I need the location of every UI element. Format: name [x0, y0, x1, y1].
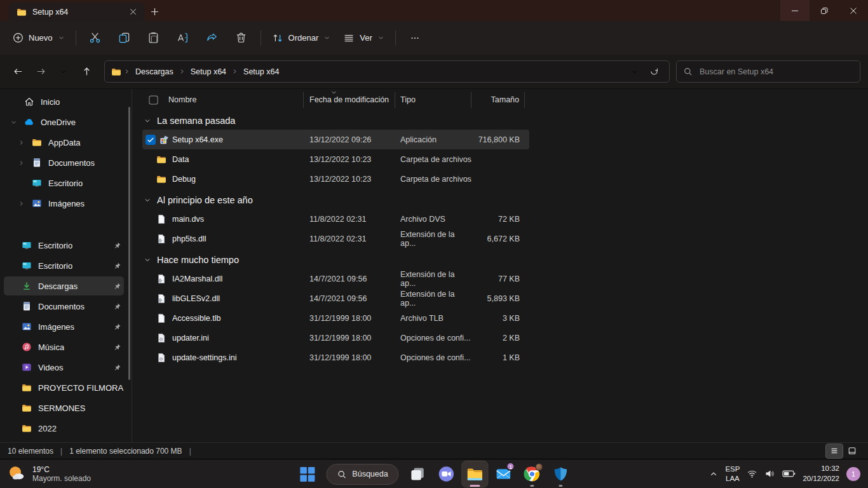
group-header-la-semana-pasada[interactable]: La semana pasada [142, 111, 868, 130]
search-input[interactable] [698, 67, 853, 77]
mail-button[interactable]: 1 [491, 461, 517, 487]
cut-button[interactable] [81, 27, 110, 48]
file-row-php5ts-dll[interactable]: php5ts.dll11/8/2022 02:31Extensión de la… [142, 229, 529, 248]
sidebar-item-escritorio[interactable]: Escritorio [4, 173, 124, 193]
wifi-icon[interactable] [747, 468, 757, 479]
restore-button[interactable] [810, 0, 839, 21]
task-view-button[interactable] [405, 461, 431, 487]
share-button[interactable] [198, 27, 227, 48]
file-row-updater-ini[interactable]: updater.ini31/12/1999 18:00Opciones de c… [142, 328, 529, 348]
battery-icon[interactable] [782, 467, 796, 480]
windows-security-button[interactable] [548, 461, 574, 487]
folder-icon [22, 383, 32, 393]
clock[interactable]: 10:32 20/12/2022 [803, 464, 839, 484]
sidebar-item-appdata[interactable]: AppData [4, 133, 124, 152]
sidebar-scrollbar[interactable] [128, 107, 130, 380]
file-name: libGLESv2.dll [172, 294, 220, 303]
volume-icon[interactable] [764, 468, 775, 479]
tab-close-icon[interactable] [126, 5, 140, 19]
new-tab-button[interactable] [145, 3, 164, 21]
file-row-accessible-tlb[interactable]: Accessible.tlb31/12/1999 18:00Archivo TL… [142, 308, 529, 328]
back-button[interactable] [8, 62, 27, 81]
file-row-data[interactable]: Data13/12/2022 10:23Carpeta de archivos [142, 149, 529, 169]
sidebar-item-im-genes[interactable]: Imágenes [4, 317, 124, 336]
icons-view-button[interactable] [844, 444, 860, 458]
weather-desc: Mayorm. soleado [32, 474, 91, 483]
language-indicator[interactable]: ESP LAA [725, 464, 740, 484]
sidebar-item-folder[interactable] [4, 439, 124, 442]
chrome-button[interactable] [520, 461, 545, 487]
breadcrumb-item[interactable]: Setup x64 [239, 65, 283, 79]
paste-button[interactable] [139, 27, 168, 48]
dll-icon [156, 274, 166, 284]
start-button[interactable] [294, 461, 320, 487]
file-row-ia2marshal-dll[interactable]: IA2Marshal.dll14/7/2021 09:56Extensión d… [142, 269, 529, 288]
sidebar-item-escritorio[interactable]: Escritorio [4, 236, 124, 255]
more-options-button[interactable] [400, 28, 430, 48]
breadcrumb-item[interactable]: Descargas [131, 65, 178, 79]
forward-button[interactable] [31, 62, 50, 81]
sidebar-item-label: Música [38, 342, 64, 352]
copy-button[interactable] [110, 27, 139, 48]
file-row-debug[interactable]: Debug13/12/2022 10:23Carpeta de archivos [142, 169, 529, 189]
document-icon [32, 158, 42, 168]
history-chevron[interactable] [54, 62, 73, 81]
sidebar-item-proyecto-filmora-disc[interactable]: PROYECTO FILMORA DISC [4, 378, 124, 397]
search-box[interactable] [676, 60, 860, 83]
sidebar: InicioOneDriveAppDataDocumentosEscritori… [0, 89, 132, 442]
file-row-libglesv2-dll[interactable]: libGLESv2.dll14/7/2021 09:56Extensión de… [142, 288, 529, 308]
running-app-indicator [531, 485, 534, 487]
installer-icon [159, 135, 170, 145]
refresh-button[interactable] [645, 63, 663, 81]
sidebar-item-videos[interactable]: Videos [4, 358, 124, 377]
chat-icon [438, 466, 455, 482]
file-name: Debug [172, 175, 196, 184]
close-button[interactable] [839, 0, 868, 21]
column-header-size[interactable]: Tamaño [471, 92, 525, 108]
rename-button[interactable] [168, 27, 198, 48]
image-icon [22, 322, 32, 332]
sidebar-item-sermones[interactable]: SERMONES [4, 398, 124, 417]
group-header-hace-mucho-tiempo[interactable]: Hace mucho tiempo [142, 250, 868, 269]
group-header-al-principio-de-este-a-o[interactable]: Al principio de este año [142, 191, 868, 209]
folder-icon [156, 174, 166, 184]
pin-icon [113, 343, 124, 351]
new-button[interactable]: Nuevo [6, 28, 71, 48]
delete-button[interactable] [227, 27, 256, 48]
address-bar[interactable]: DescargasSetup x64Setup x64 [104, 60, 670, 83]
tray-chevron-up-icon[interactable] [709, 470, 718, 478]
pin-icon [113, 241, 124, 250]
up-button[interactable] [77, 62, 96, 81]
sidebar-item-m-sica[interactable]: Música [4, 337, 124, 356]
document-icon [22, 301, 32, 311]
file-row-setup-x64-exe[interactable]: Setup x64.exe13/12/2022 09:26Aplicación7… [142, 130, 529, 149]
search-icon [683, 67, 693, 76]
sidebar-item-escritorio[interactable]: Escritorio [4, 256, 124, 275]
chat-button[interactable] [434, 461, 459, 487]
sidebar-item-im-genes[interactable]: Imágenes [4, 194, 124, 213]
address-dropdown-chevron[interactable] [626, 63, 644, 81]
sidebar-item-documentos[interactable]: Documentos [4, 297, 124, 316]
details-view-button[interactable] [826, 444, 843, 458]
sidebar-item-label: AppData [48, 138, 81, 147]
file-explorer-button[interactable] [463, 461, 488, 487]
sidebar-item-documentos[interactable]: Documentos [4, 153, 124, 172]
column-header-date[interactable]: Fecha de modificación [304, 92, 395, 108]
sidebar-item-onedrive[interactable]: OneDrive [4, 112, 124, 132]
breadcrumb-chevron-icon [123, 68, 130, 75]
column-header-name[interactable]: Nombre [142, 92, 304, 108]
notification-badge[interactable]: 1 [846, 467, 860, 481]
sidebar-item-descargas[interactable]: Descargas [4, 276, 124, 295]
breadcrumb-item[interactable]: Setup x64 [186, 65, 231, 79]
file-row-main-dvs[interactable]: main.dvs11/8/2022 02:31Archivo DVS72 KB [142, 209, 529, 229]
weather-widget[interactable]: 19°C Mayorm. soleado [0, 464, 91, 484]
sort-button[interactable]: Ordenar [266, 28, 337, 48]
column-header-type[interactable]: Tipo [395, 92, 471, 108]
minimize-button[interactable] [780, 0, 810, 21]
explorer-tab[interactable]: Setup x64 [9, 3, 145, 21]
view-button[interactable]: Ver [337, 28, 391, 48]
file-row-update-settings-ini[interactable]: update-settings.ini31/12/1999 18:00Opcio… [142, 348, 529, 367]
sidebar-item-2022[interactable]: 2022 [4, 419, 124, 438]
taskbar-search[interactable]: Búsqueda [326, 464, 398, 485]
sidebar-item-inicio[interactable]: Inicio [4, 92, 124, 111]
